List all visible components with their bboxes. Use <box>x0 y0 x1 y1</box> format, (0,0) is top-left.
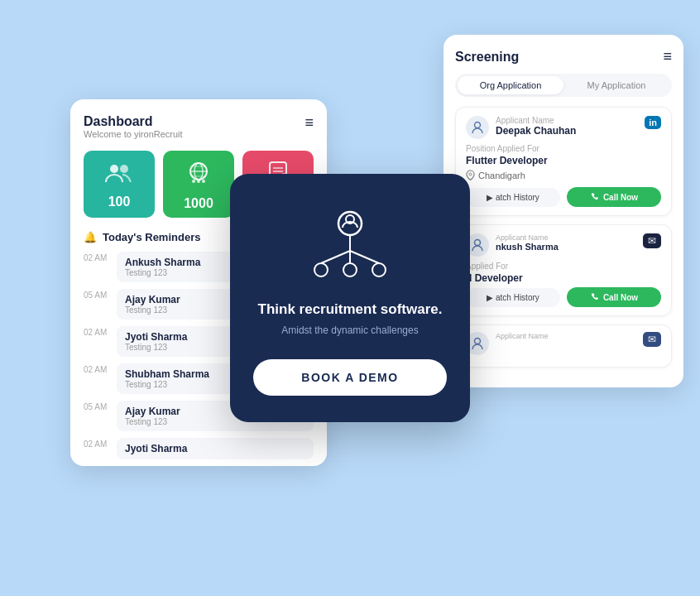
email-icon-2[interactable]: ✉ <box>643 233 661 248</box>
dashboard-menu-icon[interactable]: ≡ <box>304 114 314 132</box>
tab-my-application[interactable]: My Application <box>563 76 669 94</box>
svg-point-18 <box>469 173 472 175</box>
position-value-1: Flutter Developer <box>466 155 661 166</box>
dashboard-title: Dashboard <box>84 114 183 129</box>
location-text-1: Chandigarh <box>478 171 525 180</box>
applicant-top-2: Applicant Name nkush Sharma ✉ <box>466 233 661 257</box>
call-now-btn-2[interactable]: Call Now <box>567 287 661 307</box>
phone-icon-1 <box>590 192 600 202</box>
center-card: Think recruitment software. Amidst the d… <box>230 174 470 422</box>
center-card-subtitle: Amidst the dynamic challenges <box>281 324 418 336</box>
applicant-card-3: Applicant Name ✉ <box>455 324 672 368</box>
applicant-name-2: nkush Sharma <box>496 242 559 252</box>
applicant-name-1: Deepak Chauhan <box>496 125 576 137</box>
center-icon-wrap <box>304 205 396 283</box>
reminder-time-6: 02 AM <box>84 438 110 449</box>
bell-icon: 🔔 <box>84 231 97 243</box>
screening-card: Screening ≡ Org Application My Applicati… <box>443 35 683 387</box>
svg-point-0 <box>110 165 118 173</box>
reminders-title: Today's Reminders <box>103 231 200 243</box>
center-card-title: Think recruitment software. <box>258 301 443 318</box>
call-now-btn-1[interactable]: Call Now <box>567 187 661 207</box>
reminder-content-6: Jyoti Sharma <box>117 438 314 459</box>
tab-row: Org Application My Application <box>455 74 672 97</box>
applicant-info-2: Applicant Name nkush Sharma <box>466 233 559 257</box>
stat-box-total: 100 <box>84 151 155 218</box>
reminder-name-6: Jyoti Sharma <box>125 443 305 454</box>
dashboard-header: Dashboard Welcome to yironRecruit ≡ <box>84 114 314 149</box>
watch-history-btn-1[interactable]: ▶ atch History <box>466 188 560 207</box>
stat-icon-globe <box>185 161 213 191</box>
applicant-avatar-1 <box>466 116 489 139</box>
dashboard-subtitle: Welcome to yironRecruit <box>84 129 183 139</box>
svg-point-1 <box>120 165 128 173</box>
reminder-time-3: 02 AM <box>84 326 110 337</box>
position-value-2: d Developer <box>466 272 661 284</box>
screening-menu-icon[interactable]: ≡ <box>663 48 672 65</box>
svg-point-8 <box>192 180 195 183</box>
screening-title: Screening <box>455 50 519 65</box>
applicant-card-2: Applicant Name nkush Sharma ✉ Applied Fo… <box>455 224 672 316</box>
book-demo-button[interactable]: BOOK A DEMO <box>253 359 447 396</box>
stat-box-1000: 1000 <box>163 151 234 218</box>
watch-history-btn-2[interactable]: ▶ atch History <box>466 288 560 307</box>
position-label-2: Applied For <box>466 262 661 271</box>
linkedin-icon-1[interactable]: in <box>645 116 661 129</box>
svg-point-20 <box>475 339 481 344</box>
svg-line-24 <box>321 251 350 263</box>
reminder-time-4: 02 AM <box>84 363 110 374</box>
applicant-top-1: Applicant Name Deepak Chauhan in <box>466 116 661 139</box>
svg-point-19 <box>475 240 481 246</box>
screening-header: Screening ≡ <box>455 48 672 65</box>
applicant-label-1: Applicant Name <box>496 116 576 125</box>
svg-point-27 <box>314 263 328 276</box>
stat-icon-team <box>104 161 134 190</box>
reminder-item-6: 02 AM Jyoti Sharma <box>84 438 314 459</box>
email-icon-3[interactable]: ✉ <box>643 332 661 347</box>
svg-point-17 <box>475 123 481 128</box>
applicant-info-1: Applicant Name Deepak Chauhan <box>466 116 576 139</box>
svg-point-7 <box>197 180 200 183</box>
phone-icon-2 <box>590 292 600 302</box>
svg-point-29 <box>372 263 386 276</box>
action-row-2: ▶ atch History Call Now <box>466 287 661 307</box>
location-icon-1 <box>466 170 475 180</box>
svg-line-26 <box>350 251 379 263</box>
reminder-time-1: 02 AM <box>84 252 110 262</box>
position-label-1: Position Applied For <box>466 144 661 153</box>
applicant-label-2: Applicant Name <box>496 233 559 242</box>
applicant-info-3: Applicant Name <box>466 332 549 355</box>
reminder-time-5: 05 AM <box>84 401 110 411</box>
svg-point-28 <box>343 263 357 276</box>
call-now-label-2: Call Now <box>603 293 638 302</box>
reminder-time-2: 05 AM <box>84 289 110 300</box>
applicant-label-3: Applicant Name <box>496 332 549 340</box>
applicant-card-1: Applicant Name Deepak Chauhan in Positio… <box>455 107 672 216</box>
recruitment-icon <box>304 205 396 280</box>
tab-org-application[interactable]: Org Application <box>458 76 563 94</box>
location-row-1: Chandigarh <box>466 170 661 180</box>
applicant-top-3: Applicant Name ✉ <box>466 332 661 355</box>
stat-number-1000: 1000 <box>184 196 213 211</box>
stat-number-100: 100 <box>108 195 131 209</box>
svg-point-9 <box>202 180 205 183</box>
call-now-label-1: Call Now <box>603 193 638 202</box>
action-row-1: ▶ atch History Call Now <box>466 187 661 207</box>
